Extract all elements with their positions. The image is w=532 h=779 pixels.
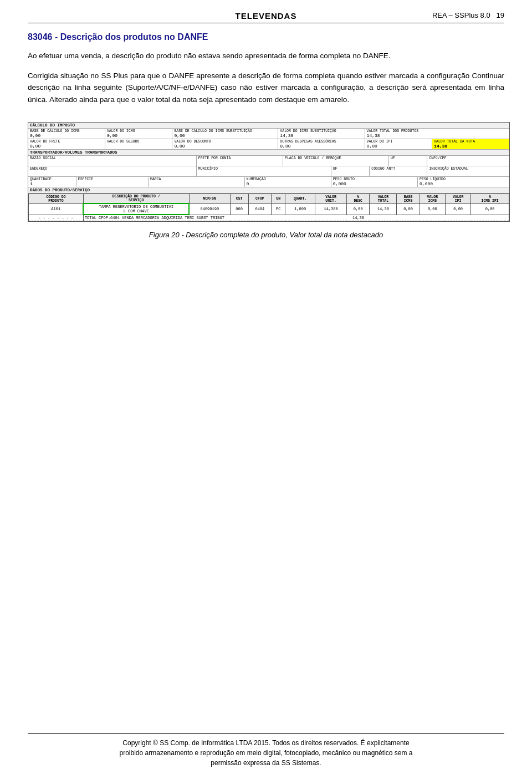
uf-cell: UF	[389, 156, 427, 166]
danfe-figure: CÁLCULO DO IMPOSTO BASE DE CÁLCULO DO IC…	[28, 113, 504, 250]
marca-cell: MARCA	[149, 177, 245, 187]
col-cfop: CFOP	[248, 194, 271, 204]
footer-line-3: permissão expressa da SS Sistemas.	[28, 758, 504, 768]
outras-despesas-cell: OUTRAS DESPESAS ACESSÓRIAS 0,00	[278, 139, 365, 149]
peso-liquido-cell: PESO LÍQUIDO 0,000	[418, 177, 509, 187]
col-base-icms: BASEICMS	[397, 194, 420, 204]
footer-line-1: Copyright © SS Comp. de Informática LTDA…	[28, 738, 504, 748]
ref-text: REA – SSPlus 8.0	[432, 11, 490, 19]
valor-frete-cell: VALOR DO FRETE 0,00	[28, 139, 105, 149]
imposto-header: CÁLCULO DO IMPOSTO	[28, 123, 509, 129]
numeracao-cell: NUMERAÇÃO 0	[245, 177, 331, 187]
valor-seguro-cell: VALOR DO SEGURO	[105, 139, 173, 149]
td-desc: 0,00	[347, 203, 370, 215]
transp-row-2: ENDEREÇO MUNICÍPIO UF CÓDIGO ANTT INSCRI	[28, 166, 509, 177]
col-codigo: CÓDIGO DOPRODUTO	[29, 194, 84, 204]
codigo-antt-cell: CÓDIGO ANTT	[370, 166, 427, 176]
td-quant: 1,000	[285, 203, 315, 215]
page-number: 19	[497, 11, 504, 19]
paragraph-2: Corrigida situação no SS Plus para que o…	[28, 70, 504, 106]
valor-total-prod-cell: VALOR TOTAL DOS PRODUTOS 14,38	[365, 129, 509, 139]
col-valor-ipi: VALORIPI	[445, 194, 470, 204]
td-base-icms: 0,00	[397, 203, 420, 215]
page-header: TELEVENDAS REA – SSPlus 8.0 19	[28, 11, 504, 23]
col-descricao: DESCRIÇÃO DO PRODUTO /SERVIÇO	[83, 194, 189, 204]
col-un: UN	[272, 194, 285, 204]
col-icms-ipi: %ICMS IPI	[471, 194, 509, 204]
table-row: A101 TAMPA RESERVATORIO DE COMBUSTIVIL C…	[29, 203, 509, 215]
paragraph-1: Ao efetuar uma venda, a descrição do pro…	[28, 50, 504, 62]
col-desc: %DESC	[347, 194, 370, 204]
transp-row-3: QUANTIDADE 1 ESPÉCIE MARCA NUMERAÇÃO 0 P…	[28, 177, 509, 187]
section-heading: Descrição dos produtos no DANFE	[60, 32, 208, 42]
produtos-header: DADOS DO PRODUTO/SERVIÇO	[28, 187, 509, 194]
td-cfop: 6404	[248, 203, 271, 215]
municipio-cell: MUNICÍPIO	[197, 166, 331, 176]
products-table: CÓDIGO DOPRODUTO DESCRIÇÃO DO PRODUTO /S…	[28, 194, 509, 221]
frete-cell: FRETE POR CONTA	[197, 156, 283, 166]
td-valor-ipi: 0,00	[445, 203, 470, 215]
razao-social-cell: RAZÃO SOCIAL	[28, 156, 197, 166]
inscricao-cell: INSCRIÇÃO ESTADUAL	[427, 166, 509, 176]
quantidade-cell: QUANTIDADE 1	[28, 177, 76, 187]
base-icms-cell: BASE DE CÁLCULO DO ICMS 0,00	[28, 129, 105, 139]
col-valor-total: VALORTOTAL	[370, 194, 397, 204]
uf2-cell: UF	[331, 166, 370, 176]
footer-line-2: proibido armazenamento e reprodução em m…	[28, 748, 504, 758]
section-number: 83046	[28, 32, 53, 42]
valor-icms-cell: VALOR DO ICMS 0,00	[105, 129, 173, 139]
td-codigo: A101	[29, 203, 84, 215]
td-valor-unit: 14,380	[315, 203, 347, 215]
valor-icms-sub-cell: VALOR DO ICMS SUBSTITUIÇÃO 14,38	[278, 129, 365, 139]
col-cst: CST	[230, 194, 248, 204]
valor-desconto-cell: VALOR DO DESCONTO 0,00	[172, 139, 278, 149]
danfe-table: CÁLCULO DO IMPOSTO BASE DE CÁLCULO DO IC…	[28, 122, 510, 222]
valor-ipi-cell: VALOR DO IPI 0,00	[365, 139, 433, 149]
figure-caption: Figura 20 - Descrição completa do produt…	[28, 231, 504, 239]
cnpj-cell: CNPJ/CPF	[427, 156, 509, 166]
td-icms-ipi: 0,00	[471, 203, 509, 215]
td-valor-icms: 0,00	[420, 203, 445, 215]
col-quant: QUANT.	[285, 194, 315, 204]
imposto-row-1: BASE DE CÁLCULO DO ICMS 0,00 VALOR DO IC…	[28, 129, 509, 139]
placa-cell: PLACA DO VEÍCULO / REBOQUE	[283, 156, 389, 166]
td-valor-total: 14,38	[370, 203, 397, 215]
col-ncm: NCM/SN	[189, 194, 230, 204]
imposto-row-2: VALOR DO FRETE 0,00 VALOR DO SEGURO VALO…	[28, 139, 509, 150]
especie-cell: ESPÉCIE	[76, 177, 149, 187]
section-title: 83046 - Descrição dos produtos no DANFE	[28, 32, 504, 42]
footer: Copyright © SS Comp. de Informática LTDA…	[28, 733, 504, 768]
base-icms-sub-cell: BASE DE CÁLCULO DO ICMS SUBSTITUIÇÃO 0,0…	[172, 129, 278, 139]
td-ncm: 84099190	[189, 203, 230, 215]
col-valor-icms: VALORICMS	[420, 194, 445, 204]
header-ref: REA – SSPlus 8.0 19	[432, 11, 504, 19]
td-cst: 060	[230, 203, 248, 215]
table-row-dashed: - - - - - - - - TOTAL CFOP:6404 VENDA ME…	[29, 215, 509, 221]
total-label: TOTAL CFOP:6404 VENDA MERCADORIA ADQUIRI…	[83, 215, 509, 221]
transp-row-1: RAZÃO SOCIAL FRETE POR CONTA PLACA DO VE…	[28, 156, 509, 166]
td-un: PC	[272, 203, 285, 215]
endereco-cell: ENDEREÇO	[28, 166, 197, 176]
transp-header: TRANSPORTADOR/VOLUMES TRANSPORTADOS	[28, 150, 509, 156]
peso-bruto-cell: PESO BRUTO 0,000	[331, 177, 418, 187]
td-descricao: TAMPA RESERVATORIO DE COMBUSTIVIL COM CH…	[83, 203, 189, 215]
valor-total-nota-cell: VALOR TOTAL DA NOTA 14,38	[432, 139, 509, 149]
col-valor-unit: VALORUNIT.	[315, 194, 347, 204]
